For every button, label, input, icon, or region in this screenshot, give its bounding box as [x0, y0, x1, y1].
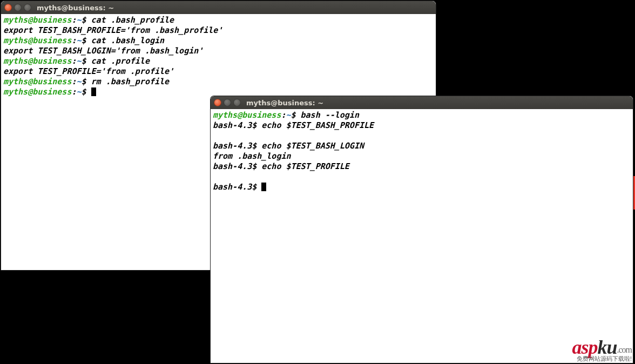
close-icon[interactable] [214, 99, 221, 106]
terminal-output [213, 172, 631, 182]
terminal-line: bash-4.3$ echo $TEST_BASH_LOGIN [213, 141, 631, 151]
terminal-window-2: myths@business: ~ myths@business:~$ bash… [211, 96, 633, 363]
maximize-icon[interactable] [24, 4, 31, 11]
terminal-output: export TEST_BASH_PROFILE='from .bash_pro… [3, 25, 434, 36]
titlebar[interactable]: myths@business: ~ [211, 96, 633, 109]
terminal-output: export TEST_PROFILE='from .profile' [3, 66, 434, 77]
watermark-dot: .com [617, 345, 632, 354]
terminal-line: myths@business:~$ cat .bash_profile [3, 15, 434, 25]
close-icon[interactable] [4, 4, 12, 11]
terminal-line: bash-4.3$ echo $TEST_PROFILE [213, 161, 631, 172]
terminal-body-2[interactable]: myths@business:~$ bash --loginbash-4.3$ … [211, 109, 633, 363]
terminal-line: bash-4.3$ echo $TEST_BASH_PROFILE [213, 120, 631, 131]
terminal-line: myths@business:~$ rm .bash_profile [3, 77, 434, 87]
terminal-line: bash-4.3$ [213, 182, 631, 192]
watermark-asp: asp [572, 336, 597, 358]
terminal-line: myths@business:~$ bash --login [213, 110, 631, 120]
terminal-line: myths@business:~$ cat .profile [3, 56, 434, 66]
cursor [91, 87, 96, 96]
watermark: aspku.com 免费网站源码下载啦! [572, 338, 632, 362]
terminal-output [213, 131, 631, 141]
terminal-output: from .bash_login [213, 151, 631, 161]
cursor [261, 183, 266, 191]
window-title: myths@business: ~ [37, 4, 114, 12]
terminal-output: export TEST_BASH_LOGIN='from .bash_login… [3, 46, 434, 56]
minimize-icon[interactable] [14, 4, 22, 11]
terminal-line: myths@business:~$ cat .bash_login [3, 36, 434, 46]
maximize-icon[interactable] [233, 99, 241, 106]
watermark-ku: ku [597, 336, 617, 358]
watermark-subtitle: 免费网站源码下载啦! [572, 356, 632, 362]
titlebar[interactable]: myths@business: ~ [1, 1, 436, 14]
window-title: myths@business: ~ [246, 99, 323, 107]
minimize-icon[interactable] [224, 99, 231, 106]
